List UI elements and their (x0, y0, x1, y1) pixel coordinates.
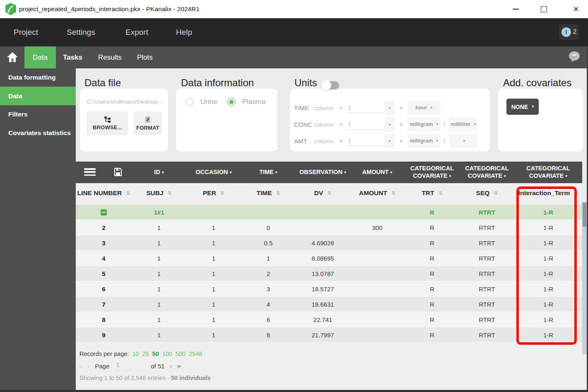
toolbar-header-observation-3[interactable]: OBSERVATION▾ (296, 162, 350, 183)
menu-settings[interactable]: Settings (67, 18, 95, 46)
caret-down-icon: ▾ (565, 174, 567, 178)
table-cell: 1 (186, 266, 241, 281)
tab-tasks[interactable]: Tasks (63, 46, 82, 68)
prev-page-button[interactable]: ‹ (87, 363, 90, 370)
scrollbar-thumb[interactable] (583, 203, 586, 227)
sidebar-item-data-formatting[interactable]: Data formatting (8, 74, 56, 81)
toolbar-header-categorical-covariate-5[interactable]: CATEGORICALCOVARIATE▾ (405, 162, 460, 183)
table-cell: 1 (186, 297, 241, 312)
column-header-per[interactable]: PER⇅ (186, 183, 241, 203)
plasma-radio[interactable] (227, 98, 236, 106)
unit-factor-dropdown-conc[interactable]: ▾ (384, 117, 395, 132)
feedback-bubble-icon[interactable] (568, 51, 581, 63)
units-row-time: TIMEcolumn×1▾=hour▾ (294, 99, 487, 116)
column-header-trt[interactable]: TRT⇅ (405, 183, 460, 203)
toolbar-header-categorical-covariate-7[interactable]: CATEGORICALCOVARIATE▾ (514, 162, 582, 183)
unit-dropdown-amt-denominator[interactable]: ▾ (449, 134, 478, 148)
toolbar-header-time-2[interactable]: TIME▾ (241, 162, 296, 183)
showing-entries-text: Showing 1 to 50 of 2,548 entries - 50 in… (80, 375, 211, 381)
column-header-time[interactable]: TIME⇅ (241, 183, 296, 203)
unit-factor-dropdown-amt[interactable]: ▾ (384, 133, 395, 148)
unit-dropdown-conc-numerator[interactable]: milligram▾ (407, 117, 441, 131)
per-page-option-50[interactable]: 50 (152, 351, 159, 357)
caret-down-icon: ▾ (162, 170, 164, 174)
toolbar-header-amount-4[interactable]: AMOUNT▾ (350, 162, 405, 183)
data-information-panel: Urine Plasma (176, 89, 277, 151)
unit-row-label: CONC (294, 121, 314, 128)
table-row: 711419.6631RRTRT1-R (76, 297, 582, 312)
per-page-option-10[interactable]: 10 (132, 351, 139, 357)
unit-dropdown-conc-denominator[interactable]: milliliter▾ (449, 117, 478, 131)
table-cell (350, 205, 405, 220)
hamburger-menu-icon[interactable] (84, 168, 96, 176)
maximize-button[interactable] (534, 0, 553, 18)
table-cell: RTRT (460, 297, 514, 312)
table-group-row[interactable]: 1#1RRTRT1-R (76, 205, 582, 220)
tab-results[interactable]: Results (98, 46, 122, 68)
data-table: ID▾OCCASION▾TIME▾OBSERVATION▾AMOUNT▾CATE… (76, 162, 582, 390)
column-header-line-number[interactable]: LINE NUMBER⇅ (76, 183, 132, 203)
column-header-subj[interactable]: SUBJ⇅ (132, 183, 186, 203)
table-cell: RTRT (460, 266, 514, 281)
table-cell: R (405, 281, 460, 296)
table-cell: 1 (241, 251, 296, 266)
urine-label: Urine (200, 98, 217, 106)
units-row-amt: AMTcolumn×1▾=milligram▾/▾ (294, 133, 487, 149)
per-page-option-100[interactable]: 100 (162, 351, 172, 357)
unit-factor-input-conc[interactable]: 1 (347, 119, 383, 130)
vertical-scrollbar[interactable] (582, 202, 587, 354)
tab-plots[interactable]: Plots (137, 46, 153, 68)
column-header-label: LINE NUMBER (77, 189, 122, 197)
data-file-panel: C:/Users/skollmann/Desktop… BROWSE... FO… (80, 89, 168, 151)
first-page-button[interactable]: « (79, 363, 82, 370)
unit-dropdown-time-numerator[interactable]: hour▾ (407, 101, 441, 115)
format-button[interactable]: FORMAT (134, 111, 162, 135)
tab-data[interactable]: Data (24, 46, 56, 68)
menu-help[interactable]: Help (176, 18, 192, 46)
header-label: CATEGORICAL (526, 165, 570, 172)
table-cell: 2 (76, 220, 132, 235)
per-page-option-25[interactable]: 25 (142, 351, 149, 357)
urine-radio[interactable] (186, 98, 194, 106)
per-page-option-500[interactable]: 500 (176, 351, 186, 357)
close-button[interactable]: ✕ (566, 0, 586, 18)
unit-factor-input-time[interactable]: 1 (347, 103, 383, 113)
sidebar-item-covariates-statistics[interactable]: Covariates statistics (8, 129, 71, 137)
table-cell: 8.08695 (296, 251, 350, 266)
home-icon[interactable] (7, 52, 18, 63)
sidebar-item-filters[interactable]: Filters (8, 111, 28, 118)
table-cell: R (405, 235, 460, 250)
last-page-button[interactable]: » (177, 363, 181, 370)
covariates-none-dropdown[interactable]: NONE ▾ (506, 99, 539, 115)
table-cell: 6 (241, 312, 296, 327)
toolbar-header-categorical-covariate-6[interactable]: CATEGORICALCOVARIATE▾ (460, 162, 514, 183)
table-cell: R (405, 312, 460, 327)
unit-value: milliliter (451, 121, 471, 127)
toolbar-header-occasion-1[interactable]: OCCASION▾ (186, 162, 241, 183)
edit-document-icon (145, 116, 151, 123)
multiply-symbol: × (340, 104, 347, 111)
browse-button[interactable]: BROWSE... (87, 111, 128, 135)
next-page-button[interactable]: › (170, 363, 172, 370)
menu-export[interactable]: Export (125, 18, 148, 46)
column-header-dv[interactable]: DV⇅ (296, 183, 350, 203)
unit-factor-input-amt[interactable]: 1 (347, 136, 383, 146)
divide-symbol: / (441, 137, 448, 145)
per-page-option-2548[interactable]: 2548 (189, 351, 202, 357)
column-header-seq[interactable]: SEQ⇅ (460, 183, 514, 203)
notifications-badge[interactable]: i 2 (559, 24, 579, 40)
units-toggle[interactable] (323, 81, 339, 90)
collapse-row-icon[interactable] (101, 209, 107, 215)
toolbar-header-id-0[interactable]: ID▾ (132, 162, 186, 183)
minimize-button[interactable] (506, 0, 525, 18)
table-body: 1#1RRTRT1-R2110300RRTRT1-R3110.54.69028R… (76, 203, 582, 343)
column-header-amount[interactable]: AMOUNT⇅ (350, 183, 405, 203)
table-cell: RTRT (460, 281, 514, 296)
unit-factor-dropdown-time[interactable]: ▾ (384, 100, 395, 115)
sidebar-item-data[interactable]: Data (0, 87, 76, 105)
unit-dropdown-amt-numerator[interactable]: milligram▾ (407, 134, 441, 148)
table-cell: R (405, 327, 460, 342)
page-number-input[interactable]: 1 (114, 361, 146, 371)
save-icon[interactable] (114, 167, 122, 177)
menu-project[interactable]: Project (14, 18, 38, 46)
